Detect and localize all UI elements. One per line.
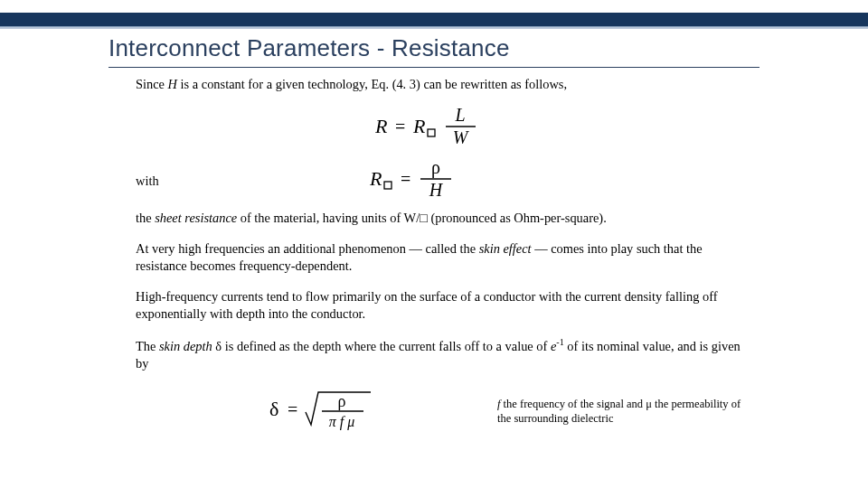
svg-text:W: W: [453, 127, 470, 147]
svg-text:ρ: ρ: [338, 392, 346, 410]
var-delta: δ: [212, 338, 222, 352]
svg-text:H: H: [428, 180, 443, 200]
text: At very high frequencies an additional p…: [136, 241, 479, 256]
text: Since: [136, 77, 168, 91]
text: is a constant for a given technology, Eq…: [177, 77, 567, 91]
svg-rect-3: [428, 129, 435, 136]
equation-Rsq: R = ρ H: [284, 158, 573, 204]
exp-minus1: -1: [556, 337, 563, 347]
em-skin-effect: skin effect: [479, 241, 532, 256]
svg-text:=: =: [288, 399, 297, 419]
svg-text:L: L: [454, 106, 465, 125]
note-f-mu: f the frequency of the signal and μ the …: [497, 398, 750, 426]
text: the frequency of the signal and μ the pe…: [497, 398, 741, 425]
text: is defined as the depth where the curren…: [222, 338, 551, 352]
row-with: with R = ρ H: [136, 158, 750, 204]
page-title: Interconnect Parameters - Resistance: [108, 34, 510, 62]
para-intro: Since H is a constant for a given techno…: [136, 76, 750, 93]
text: The: [136, 338, 159, 352]
svg-text:=: =: [395, 117, 405, 136]
em-sheet-resistance: sheet resistance: [155, 211, 237, 225]
title-rule: [108, 67, 760, 68]
svg-text:R: R: [370, 167, 382, 190]
equation-delta: δ = ρ π f μ: [136, 385, 497, 438]
svg-text:R: R: [375, 115, 388, 137]
svg-text:=: =: [401, 169, 410, 189]
var-f: f: [497, 398, 504, 410]
svg-text:R: R: [412, 115, 426, 137]
equation-R: R = R L W: [136, 106, 750, 152]
row-skin-eq: δ = ρ π f μ f the frequency of the signa…: [136, 385, 750, 438]
em-skin-depth: skin depth: [159, 338, 212, 352]
svg-text:ρ: ρ: [431, 158, 440, 178]
svg-text:π f μ: π f μ: [329, 414, 355, 430]
svg-text:δ: δ: [269, 398, 278, 420]
text: of the material, having units of W/□ (pr…: [237, 211, 607, 225]
header-band: [0, 13, 868, 27]
para-sheet: the sheet resistance of the material, ha…: [136, 210, 750, 227]
para-skin-effect: At very high frequencies an additional p…: [136, 240, 750, 276]
para-skin-depth: The skin depth δ is defined as the depth…: [136, 336, 750, 373]
svg-rect-8: [384, 182, 392, 189]
label-with: with: [136, 173, 280, 190]
body-content: Since H is a constant for a given techno…: [136, 76, 750, 439]
text: the: [136, 211, 155, 225]
para-hf: High-frequency currents tend to flow pri…: [136, 288, 750, 324]
var-H: H: [168, 77, 177, 91]
